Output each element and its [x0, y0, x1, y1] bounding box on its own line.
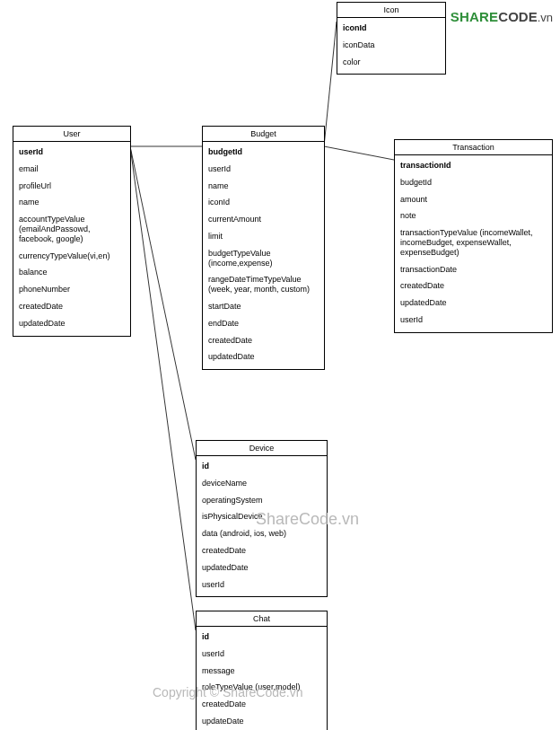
entity-device: DeviceiddeviceNameoperatingSystemisPhysi… [196, 440, 328, 597]
entity-field: note [395, 207, 552, 224]
entity-title: Device [197, 441, 327, 456]
primary-key: userId [13, 144, 130, 161]
entity-field: endDate [203, 315, 324, 332]
entity-field: budgetId [395, 174, 552, 191]
entity-field: isPhysicalDevice [197, 508, 327, 525]
entity-field: transactionTypeValue (incomeWallet, inco… [395, 224, 552, 260]
entity-field: name [203, 178, 324, 195]
entity-field: createdDate [197, 696, 327, 713]
entity-field: limit [203, 228, 324, 245]
entity-field: userId [203, 161, 324, 178]
entity-field: phoneNumber [13, 281, 130, 298]
entity-field: roleTypeValue (user,model) [197, 679, 327, 696]
entity-field: amount [395, 191, 552, 208]
primary-key: id [197, 458, 327, 475]
entity-budget: BudgetbudgetIduserIdnameiconIdcurrentAmo… [202, 126, 325, 370]
entity-field: createdDate [13, 298, 130, 315]
entity-field: operatingSystem [197, 492, 327, 509]
entity-field: userId [197, 646, 327, 663]
er-diagram-canvas: SHARECODE.vn UseruserIdemailprofileUrlna… [0, 0, 560, 730]
entity-title: User [13, 127, 130, 142]
entity-field: updatedDate [395, 295, 552, 312]
entity-field: deviceName [197, 475, 327, 492]
logo-text-1: SHARE [451, 9, 499, 24]
entity-field: createdDate [395, 277, 552, 295]
relation-line [130, 146, 196, 460]
entity-title: Icon [337, 3, 445, 18]
entity-field: transactionDate [395, 261, 552, 278]
entity-user: UseruserIdemailprofileUrlnameaccountType… [13, 126, 131, 337]
entity-field: iconData [337, 37, 445, 54]
entity-field: updatedDate [197, 559, 327, 576]
entity-field: updateDate [197, 713, 327, 730]
entity-field: balance [13, 264, 130, 281]
relation-line [324, 22, 337, 146]
entity-field: budgetTypeValue (income,expense) [203, 245, 324, 272]
entity-field: updatedDate [13, 315, 130, 332]
entity-field: userId [395, 312, 552, 329]
entity-icon: IconiconIdiconDatacolor [337, 2, 446, 75]
entity-field: profileUrl [13, 178, 130, 195]
entity-field: data (android, ios, web) [197, 525, 327, 542]
entity-field: color [337, 54, 445, 71]
entity-field: createdDate [197, 542, 327, 559]
entity-field: message [197, 663, 327, 680]
entity-title: Budget [203, 127, 324, 142]
entity-field: startDate [203, 298, 324, 315]
primary-key: iconId [337, 20, 445, 37]
entity-title: Transaction [395, 140, 552, 155]
relation-line [130, 146, 196, 630]
entity-transaction: TransactiontransactionIdbudgetIdamountno… [394, 139, 553, 333]
entity-field: userId [197, 576, 327, 594]
entity-title: Chat [197, 611, 327, 627]
primary-key: transactionId [395, 157, 552, 174]
entity-field: email [13, 161, 130, 178]
relation-line [324, 146, 394, 160]
logo-text-3: .vn [538, 11, 553, 24]
primary-key: budgetId [203, 144, 324, 161]
entity-field: iconId [203, 194, 324, 211]
entity-field: createdDate [203, 332, 324, 349]
entity-field: accountTypeValue (emailAndPassowd, faceb… [13, 211, 130, 247]
entity-field: name [13, 194, 130, 211]
entity-field: currencyTypeValue(vi,en) [13, 248, 130, 265]
entity-field: rangeDateTimeTypeValue (week, year, mont… [203, 271, 324, 298]
entity-field: updatedDate [203, 348, 324, 365]
logo-text-2: CODE [498, 9, 537, 24]
primary-key: id [197, 629, 327, 646]
entity-chat: ChatiduserIdmessageroleTypeValue (user,m… [196, 611, 328, 730]
entity-field: currentAmount [203, 211, 324, 228]
